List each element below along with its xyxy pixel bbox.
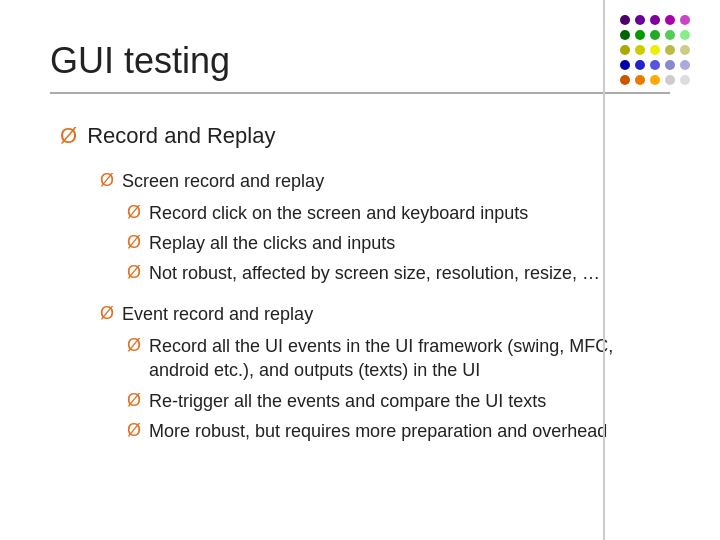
text-sub1-3: Not robust, affected by screen size, res… — [149, 261, 600, 285]
svg-point-4 — [680, 15, 690, 25]
svg-point-23 — [665, 75, 675, 85]
sub2-event-record: Ø Event record and replay Ø Record all t… — [100, 302, 670, 449]
svg-point-7 — [650, 30, 660, 40]
label-record-replay: Record and Replay — [87, 122, 275, 151]
svg-point-18 — [665, 60, 675, 70]
section-record-replay: Ø Record and Replay Ø Screen record and … — [60, 122, 670, 449]
svg-point-9 — [680, 30, 690, 40]
bullet-l1-1: Ø — [60, 123, 77, 149]
sub2-item-1: Ø Record all the UI events in the UI fra… — [127, 334, 670, 383]
text-sub2-3: More robust, but requires more preparati… — [149, 419, 607, 443]
svg-point-24 — [680, 75, 690, 85]
svg-point-15 — [620, 60, 630, 70]
bullet-sub2-1: Ø — [127, 335, 141, 356]
label-screen-record: Screen record and replay — [122, 169, 600, 193]
sub2-items: Ø Record all the UI events in the UI fra… — [122, 334, 670, 443]
svg-point-14 — [680, 45, 690, 55]
sub1-screen-record: Ø Screen record and replay Ø Record clic… — [100, 169, 670, 292]
bullet-sub2-3: Ø — [127, 420, 141, 441]
svg-point-20 — [620, 75, 630, 85]
bullet-sub2-2: Ø — [127, 390, 141, 411]
bullet-sub1-3: Ø — [127, 262, 141, 283]
svg-point-2 — [650, 15, 660, 25]
svg-point-3 — [665, 15, 675, 25]
sub2-item-3: Ø More robust, but requires more prepara… — [127, 419, 670, 443]
bullet-sub1-2: Ø — [127, 232, 141, 253]
svg-point-6 — [635, 30, 645, 40]
svg-point-16 — [635, 60, 645, 70]
svg-point-17 — [650, 60, 660, 70]
text-sub2-2: Re-trigger all the events and compare th… — [149, 389, 546, 413]
svg-point-12 — [650, 45, 660, 55]
text-sub1-2: Replay all the clicks and inputs — [149, 231, 395, 255]
svg-point-11 — [635, 45, 645, 55]
text-sub1-1: Record click on the screen and keyboard … — [149, 201, 528, 225]
bullet-sub2: Ø — [100, 303, 114, 324]
text-sub2-1: Record all the UI events in the UI frame… — [149, 334, 670, 383]
vertical-divider — [603, 0, 605, 540]
svg-point-21 — [635, 75, 645, 85]
svg-point-5 — [620, 30, 630, 40]
sub1-item-3: Ø Not robust, affected by screen size, r… — [127, 261, 600, 285]
level1-record-replay: Ø Record and Replay — [60, 122, 670, 151]
svg-point-8 — [665, 30, 675, 40]
svg-point-1 — [635, 15, 645, 25]
bullet-sub1-1: Ø — [127, 202, 141, 223]
svg-point-0 — [620, 15, 630, 25]
bullet-sub1: Ø — [100, 170, 114, 191]
sub2-item-2: Ø Re-trigger all the events and compare … — [127, 389, 670, 413]
slide-title: GUI testing — [50, 40, 670, 94]
sub1-items: Ø Record click on the screen and keyboar… — [122, 201, 600, 286]
sub1-item-2: Ø Replay all the clicks and inputs — [127, 231, 600, 255]
label-event-record: Event record and replay — [122, 302, 670, 326]
svg-point-19 — [680, 60, 690, 70]
slide: GUI testing Ø Record and Replay Ø Screen… — [0, 0, 720, 540]
sub1-item-1: Ø Record click on the screen and keyboar… — [127, 201, 600, 225]
slide-content: Ø Record and Replay Ø Screen record and … — [50, 122, 670, 449]
svg-point-22 — [650, 75, 660, 85]
dot-grid-decoration — [610, 10, 710, 100]
svg-point-13 — [665, 45, 675, 55]
svg-point-10 — [620, 45, 630, 55]
